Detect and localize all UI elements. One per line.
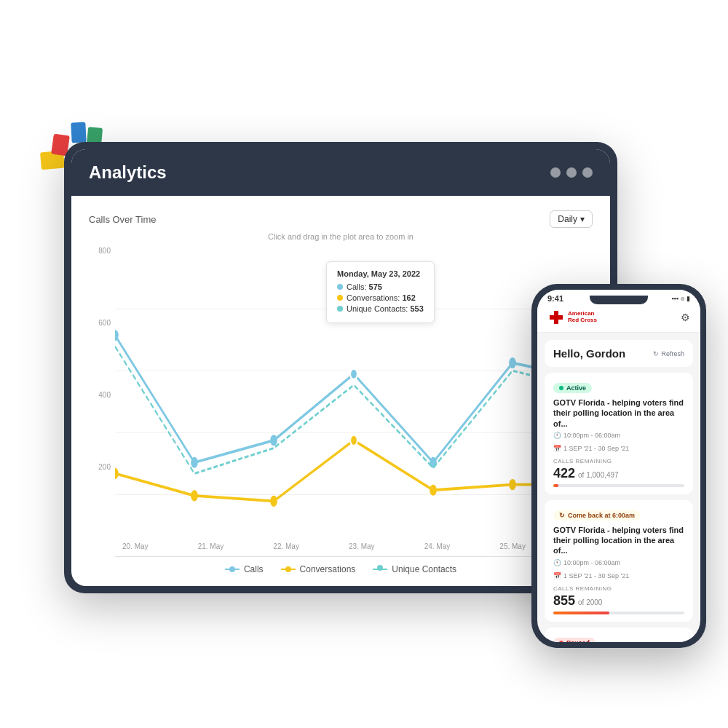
campaign-name-1: GOTV Florida - helping voters find their… xyxy=(553,397,684,429)
progress-fill-1 xyxy=(553,484,558,487)
progress-bar-1 xyxy=(553,484,684,487)
calendar-icon: 📅 xyxy=(553,445,561,452)
active-label: Active xyxy=(566,384,586,392)
refresh-button[interactable]: ↻ Refresh xyxy=(653,350,684,357)
campaign-meta-1: 🕙 10:00pm - 06:00am 📅 1 SEP '21 - 30 Sep… xyxy=(553,432,684,452)
x-label-3: 22. May xyxy=(273,542,299,550)
svg-rect-15 xyxy=(550,315,563,320)
meta-date-label-1: 1 SEP '21 - 30 Sep '21 xyxy=(563,445,629,452)
y-label-800: 800 xyxy=(98,247,111,255)
chart-x-axis: 20. May 21. May 22. May 23. May 24. May … xyxy=(115,536,593,556)
phone-app-header: American Red Cross ⚙ xyxy=(537,303,700,333)
phone-time: 9:41 xyxy=(547,294,563,303)
legend-calls: Calls xyxy=(225,564,264,574)
tablet-content: Calls Over Time Daily ▾ Click and drag i… xyxy=(71,196,610,586)
tablet-screen: Analytics Calls Over Time Daily ▾ Click … xyxy=(71,149,610,586)
page-title: Analytics xyxy=(89,162,167,183)
calls-label-2: CALLS REMAINING xyxy=(553,585,684,592)
svg-point-1 xyxy=(191,457,198,468)
refresh-icon: ↻ xyxy=(653,350,659,357)
legend-conversations: Conversations xyxy=(281,564,356,574)
x-label-1: 20. May xyxy=(122,542,149,550)
legend-conversations-label: Conversations xyxy=(300,564,356,574)
calls-label-1: CALLS REMAINING xyxy=(553,458,684,464)
x-label-2: 21. May xyxy=(198,542,224,550)
settings-icon[interactable]: ⚙ xyxy=(681,312,690,323)
status-badge-active: Active xyxy=(553,383,592,393)
chart-y-axis: 800 600 400 200 xyxy=(89,247,115,557)
chart-area: 800 600 400 200 xyxy=(89,247,593,557)
calls-number-1: 422 xyxy=(553,466,575,481)
comeback-icon: ↻ xyxy=(559,512,565,519)
dot-2 xyxy=(566,167,577,178)
legend-contacts-label: Unique Contacts xyxy=(392,564,456,574)
battery-icon: ▮ xyxy=(687,295,690,302)
wifi-icon: ⌾ xyxy=(681,295,684,302)
phone-status-icons: ▪▪▪ ⌾ ▮ xyxy=(671,295,690,302)
meta-time-label-1: 10:00pm - 06:00am xyxy=(563,432,620,439)
chart-plot[interactable]: Monday, May 23, 2022 Calls: 575 Conversa… xyxy=(115,247,593,557)
deco-blue xyxy=(71,122,86,143)
status-badge-comeback: ↻ Come back at 6:00am xyxy=(553,510,641,521)
campaign-meta-2: 🕙 10:00pm - 06:00am 📅 1 SEP '21 - 30 Sep… xyxy=(553,559,684,579)
x-label-6: 25. May xyxy=(499,542,526,550)
calls-count-1: 422 of 1,000,497 xyxy=(553,466,684,481)
tablet-menu-dots[interactable] xyxy=(550,167,593,178)
active-dot xyxy=(559,386,563,390)
meta-time-label-2: 10:00pm - 06:00am xyxy=(563,559,620,566)
svg-point-12 xyxy=(509,479,516,490)
paused-dot xyxy=(559,641,563,642)
calendar-icon-2: 📅 xyxy=(553,572,561,579)
hello-section: Hello, Gordon ↻ Refresh xyxy=(545,340,693,367)
daily-label: Daily xyxy=(558,214,577,224)
legend-calls-label: Calls xyxy=(244,564,264,574)
paused-label: Paused xyxy=(566,639,590,642)
clock-icon: 🕙 xyxy=(553,432,561,439)
y-label-600: 600 xyxy=(98,319,111,327)
meta-time-1: 🕙 10:00pm - 06:00am xyxy=(553,432,620,439)
svg-point-10 xyxy=(350,435,357,446)
status-badge-paused: Paused xyxy=(553,638,596,642)
chart-svg xyxy=(115,247,593,534)
svg-point-2 xyxy=(270,435,277,446)
comeback-label: Come back at 6:00am xyxy=(568,512,635,519)
red-cross-logo: American Red Cross xyxy=(547,309,597,326)
svg-point-11 xyxy=(430,485,437,496)
progress-bar-2 xyxy=(553,612,684,614)
progress-fill-2 xyxy=(553,612,609,614)
dropdown-arrow-icon: ▾ xyxy=(580,214,585,224)
calls-total-1: of 1,000,497 xyxy=(578,471,619,479)
campaign-card-2[interactable]: ↻ Come back at 6:00am GOTV Florida - hel… xyxy=(545,500,693,622)
dot-1 xyxy=(550,167,561,178)
clock-icon-2: 🕙 xyxy=(553,559,561,566)
y-label-400: 400 xyxy=(98,391,111,399)
signal-icon: ▪▪▪ xyxy=(671,295,678,302)
campaign-card-3[interactable]: Paused GOTV Florida - helping voters fin… xyxy=(545,628,693,642)
x-label-4: 23. May xyxy=(349,542,375,550)
calls-count-2: 855 of 2000 xyxy=(553,593,684,609)
logo-text-line2: Red Cross xyxy=(568,317,597,324)
svg-point-9 xyxy=(270,496,277,507)
red-cross-icon xyxy=(547,309,565,326)
calls-number-2: 855 xyxy=(553,593,575,609)
meta-date-2: 📅 1 SEP '21 - 30 Sep '21 xyxy=(553,572,629,579)
dot-3 xyxy=(582,167,593,178)
svg-point-5 xyxy=(509,357,516,368)
phone-scroll-area[interactable]: Hello, Gordon ↻ Refresh Active GOTV Flor… xyxy=(537,333,700,642)
meta-date-1: 📅 1 SEP '21 - 30 Sep '21 xyxy=(553,445,629,452)
hello-text: Hello, Gordon xyxy=(553,347,625,360)
phone-notch xyxy=(590,296,648,304)
svg-point-3 xyxy=(350,368,357,379)
chart-legend: Calls Conversations Unique Contacts xyxy=(89,564,593,574)
chart-hint: Click and drag in the plot area to zoom … xyxy=(89,232,593,241)
x-label-5: 24. May xyxy=(424,542,451,550)
chart-title: Calls Over Time xyxy=(89,214,156,225)
legend-contacts: Unique Contacts xyxy=(373,564,456,574)
meta-time-2: 🕙 10:00pm - 06:00am xyxy=(553,559,620,566)
campaign-card-1[interactable]: Active GOTV Florida - helping voters fin… xyxy=(545,373,693,494)
refresh-label: Refresh xyxy=(661,350,684,357)
meta-date-label-2: 1 SEP '21 - 30 Sep '21 xyxy=(563,572,629,579)
daily-button[interactable]: Daily ▾ xyxy=(550,210,593,228)
tablet-header: Analytics xyxy=(71,149,610,196)
phone-screen: 9:41 ▪▪▪ ⌾ ▮ American Red Cross ⚙ xyxy=(537,290,700,642)
